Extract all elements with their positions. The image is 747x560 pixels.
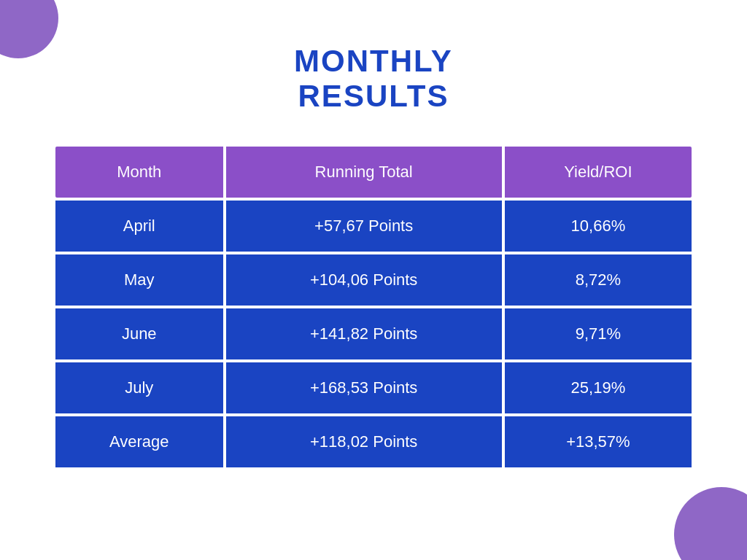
header-yield-roi: Yield/ROI — [505, 147, 692, 198]
title-line2: RESULTS — [298, 79, 449, 113]
cell-yield-roi: 25,19% — [505, 362, 692, 413]
results-table-wrapper: Month Running Total Yield/ROI April+57,6… — [53, 144, 694, 470]
cell-yield-roi: 10,66% — [505, 201, 692, 252]
cell-yield-roi: +13,57% — [505, 416, 692, 467]
table-header-row: Month Running Total Yield/ROI — [55, 147, 692, 198]
cell-running-total: +168,53 Points — [226, 362, 502, 413]
cell-yield-roi: 8,72% — [505, 254, 692, 306]
table-row: April+57,67 Points10,66% — [55, 201, 692, 252]
header-running-total: Running Total — [226, 147, 502, 198]
table-row: Average+118,02 Points+13,57% — [55, 416, 692, 467]
cell-running-total: +118,02 Points — [226, 416, 502, 467]
decorative-circle-bottom-right — [674, 487, 747, 560]
cell-running-total: +141,82 Points — [226, 308, 502, 359]
cell-month: April — [55, 201, 223, 252]
cell-month: Average — [55, 416, 223, 467]
page-content: MONTHLY RESULTS Month Running Total Yiel… — [0, 0, 747, 470]
table-row: July+168,53 Points25,19% — [55, 362, 692, 413]
cell-running-total: +104,06 Points — [226, 254, 502, 306]
cell-month: June — [55, 308, 223, 359]
header-month: Month — [55, 147, 223, 198]
page-title: MONTHLY RESULTS — [294, 44, 453, 114]
table-row: June+141,82 Points9,71% — [55, 308, 692, 359]
table-row: May+104,06 Points8,72% — [55, 254, 692, 306]
cell-running-total: +57,67 Points — [226, 201, 502, 252]
cell-yield-roi: 9,71% — [505, 308, 692, 359]
results-table: Month Running Total Yield/ROI April+57,6… — [53, 144, 694, 470]
cell-month: May — [55, 254, 223, 306]
cell-month: July — [55, 362, 223, 413]
title-line1: MONTHLY — [294, 44, 453, 78]
